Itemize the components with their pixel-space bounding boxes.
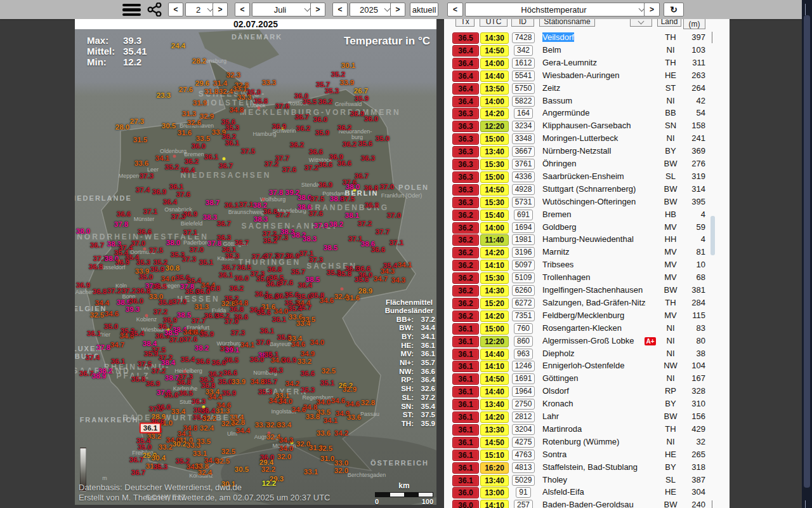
table-row[interactable]: 36.115:104763SontraHE265 [444,449,730,462]
table-row[interactable]: 36.114:40963DiepholzNI38 [444,348,730,361]
station-name[interactable]: Rosengarten-Klecken [542,323,646,333]
station-id-button[interactable]: 164 [514,108,533,119]
station-id-button[interactable]: 3348 [512,133,535,144]
table-row[interactable]: 36.113:303204MartinrodaTH429 [444,424,730,436]
station-id-button[interactable]: 1246 [512,361,535,371]
header-id[interactable]: ID [511,19,534,27]
station-id-button[interactable]: 760 [514,323,533,334]
station-id-button[interactable]: 3761 [512,159,535,170]
table-row[interactable]: 36.514:307428VeilsdorfTH397 [444,32,730,44]
table-row[interactable]: 36.414:405541Wiesbaden-AuringenHE263 [444,70,730,83]
table-row[interactable]: 36.114:504275Rotenburg (Wümme)NI32 [444,436,730,449]
table-row[interactable]: 36.114:202812LahrBW156 [444,411,730,424]
table-row[interactable]: 36.112:20860Algermissen-Groß LobkeA+NI80 [444,335,730,348]
station-id-button[interactable]: 4763 [512,450,535,460]
station-id-button[interactable]: 1612 [512,58,535,69]
table-row[interactable]: 36.315:303761ÖhringenBW276 [444,158,730,171]
station-id-button[interactable]: 2812 [512,411,535,422]
table-row[interactable]: 36.414:001612Gera-LeumnitzTH311 [444,57,730,70]
table-scrollbar[interactable] [707,28,720,508]
table-row[interactable]: 36.115:00760Rosengarten-KleckenNI83 [444,323,730,335]
station-id-button[interactable]: 4813 [512,462,535,473]
day-prev-button[interactable]: < [168,3,183,17]
scroll-up-icon[interactable] [712,32,712,43]
station-name[interactable]: Klipphausen-Garsebach [542,121,646,131]
table-row[interactable]: 36.215:40691BremenHB4 [444,209,730,222]
window-scrollbar-thumb[interactable] [804,15,810,488]
station-name[interactable]: Veilsdorf [542,32,646,43]
year-select[interactable]: 2025 [350,3,393,17]
station-id-button[interactable]: 691 [514,210,533,220]
station-id-button[interactable]: 5750 [512,83,535,94]
month-select[interactable]: Juli [252,3,313,17]
station-name[interactable]: Bremen [542,210,646,220]
station-id-button[interactable]: 4336 [512,171,535,182]
table-row[interactable]: 36.114:501691GöttingenNI167 [444,373,730,385]
station-id-button[interactable]: 3234 [512,121,535,131]
header-altitude[interactable]: (m) [683,19,705,29]
station-id-button[interactable]: 91 [516,487,530,498]
station-name[interactable]: Staffelstein, Bad-Stublang [542,462,646,472]
station-id-button[interactable]: 3204 [512,424,535,435]
station-id-button[interactable]: 5029 [512,475,535,486]
share-icon[interactable] [147,3,162,19]
parameter-select[interactable]: Höchsttemperatur [465,3,647,17]
station-id-button[interactable]: 5541 [512,70,535,81]
station-name[interactable]: Hamburg-Neuwiedenthal [542,234,646,244]
table-row[interactable]: 36.014:10257Baden-Baden-GeroldsauBW240 [444,499,730,508]
year-prev-button[interactable]: < [332,3,348,17]
station-id-button[interactable]: 1964 [512,386,535,397]
window-scrollbar[interactable] [802,0,812,508]
station-name[interactable]: Gera-Leumnitz [542,58,646,68]
selected-station-value[interactable]: 36.1 [140,423,161,434]
station-name[interactable]: Ennigerloh-Ostenfelde [542,361,646,371]
station-name[interactable]: Sontra [542,450,646,460]
parameter-prev-button[interactable]: < [447,3,463,17]
header-tx[interactable]: Tx [455,19,475,27]
table-row[interactable]: 36.013:0091Alsfeld-EifaHE304 [444,486,730,499]
table-row[interactable]: 36.315:004336Saarbrücken-EnsheimSL319 [444,171,730,184]
menu-icon[interactable] [122,4,141,16]
table-row[interactable]: 36.314:20164AngermündeBB54 [444,107,730,120]
station-id-button[interactable]: 1694 [512,222,535,233]
table-row[interactable]: 36.414:005822BassumNI42 [444,95,730,108]
station-id-button[interactable]: 4928 [512,184,535,195]
station-name[interactable]: Tribsees [542,260,646,270]
station-id-button[interactable]: 3196 [512,247,535,258]
station-id-button[interactable]: 7428 [512,32,535,43]
scroll-up-icon[interactable] [805,4,806,15]
table-row[interactable]: 36.113:402750KronachBY310 [444,398,730,411]
station-name[interactable]: Feldberg/Mecklenburg [542,311,646,321]
refresh-button[interactable]: ↻ [664,3,684,17]
station-name[interactable]: Lahr [542,411,646,422]
station-name[interactable]: Trollenhagen [542,272,646,283]
table-row[interactable]: 36.114:101246Ennigerloh-OstenfeldeNW104 [444,360,730,373]
table-row[interactable]: 36.215:206272Salzungen, Bad-Gräfen-Nitze… [444,297,730,310]
station-name[interactable]: Algermissen-Groß Lobke [542,336,646,346]
station-name[interactable]: Rotenburg (Wümme) [542,437,646,447]
station-name[interactable]: Göttingen [542,373,646,384]
year-next-button[interactable]: > [390,3,405,17]
station-name[interactable]: Moringen-Lutterbeck [542,133,646,144]
station-id-button[interactable]: 5097 [512,260,535,271]
station-name[interactable]: Martinroda [542,424,646,434]
station-id-button[interactable]: 342 [514,45,533,56]
header-land[interactable]: Land [657,19,681,27]
station-id-button[interactable]: 5109 [512,272,535,283]
station-name[interactable]: Nürnberg-Netzstall [542,146,646,156]
table-row[interactable]: 36.114:401964OlsdorfRP328 [444,385,730,398]
table-row[interactable]: 36.315:305731Wutöschingen-OfteringenBW39… [444,196,730,209]
station-id-button[interactable]: 6260 [512,285,535,296]
table-row[interactable]: 36.414:50342BelmNI103 [444,44,730,57]
station-id-button[interactable]: 3667 [512,146,535,157]
station-name[interactable]: Belm [542,45,646,55]
station-name[interactable]: Diepholz [542,349,646,359]
header-stationsname[interactable]: Stationsname [539,19,595,27]
month-prev-button[interactable]: < [235,3,250,17]
station-id-button[interactable]: 4275 [512,437,535,448]
table-row[interactable]: 36.116:204813Staffelstein, Bad-StublangB… [444,462,730,474]
table-row[interactable]: 36.211:401981Hamburg-NeuwiedenthalHH4 [444,234,730,246]
table-row[interactable]: 36.215:305109TrollenhagenMV68 [444,272,730,284]
header-utc[interactable]: UTC [480,19,508,27]
station-id-button[interactable]: 7351 [512,311,535,321]
